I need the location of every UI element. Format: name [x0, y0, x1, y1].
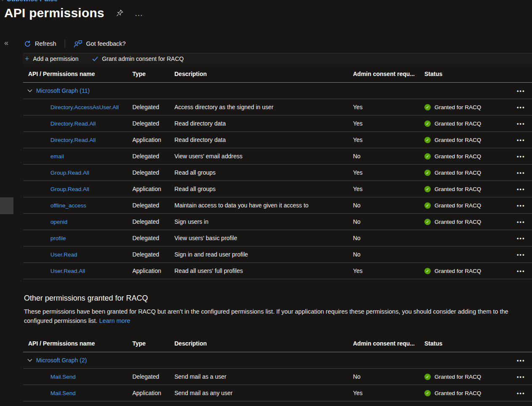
admin-consent-value: Yes — [353, 186, 424, 192]
actions-bar: + Add a permission Grant admin consent f… — [23, 53, 532, 64]
permission-description: Read directory data — [174, 136, 353, 143]
page-title: API permissions — [4, 6, 104, 20]
permission-row: User.Read.All Application Read all users… — [23, 263, 532, 279]
status-granted: ✓ Granted for RACQ — [424, 170, 508, 176]
permission-row: offline_access Delegated Maintain access… — [23, 197, 532, 214]
feedback-icon — [74, 40, 82, 48]
chevron-down-icon[interactable] — [27, 359, 32, 362]
status-label: Granted for RACQ — [435, 170, 481, 176]
status-label: Granted for RACQ — [435, 268, 481, 274]
refresh-label: Refresh — [35, 40, 56, 47]
status-label: Granted for RACQ — [435, 390, 481, 396]
status-granted: ✓ Granted for RACQ — [424, 268, 508, 274]
row-ellipsis-menu[interactable]: ••• — [517, 268, 525, 274]
permission-row: profile Delegated View users' basic prof… — [23, 230, 532, 246]
permission-link[interactable]: Mail.Send — [50, 374, 76, 380]
permission-link[interactable]: offline_access — [50, 202, 86, 209]
permission-link[interactable]: openid — [50, 219, 68, 225]
admin-consent-value: No — [353, 251, 424, 258]
status-label: Granted for RACQ — [435, 219, 481, 225]
breadcrumb-link[interactable]: Cubewise Pulse — [6, 0, 58, 3]
row-ellipsis-menu[interactable]: ••• — [517, 358, 525, 364]
admin-consent-value: Yes — [353, 169, 424, 176]
add-permission-label: Add a permission — [33, 55, 79, 62]
api-group-link[interactable]: Microsoft Graph (11) — [36, 87, 90, 94]
other-permissions-text: These permissions have been granted for … — [24, 308, 508, 324]
row-ellipsis-menu[interactable]: ••• — [517, 121, 525, 127]
status-granted: ✓ Granted for RACQ — [424, 120, 508, 127]
api-group-row: Microsoft Graph (11) ••• — [23, 83, 532, 99]
row-ellipsis-menu[interactable]: ••• — [517, 390, 525, 396]
breadcrumb-chevron-icon: › — [2, 0, 3, 3]
row-ellipsis-menu[interactable]: ••• — [517, 154, 525, 160]
permission-description: Sign users in — [174, 218, 353, 225]
column-header-name: API / Permissions name — [23, 71, 132, 77]
row-ellipsis-menu[interactable]: ••• — [517, 105, 525, 110]
collapse-sidebar-button[interactable]: « — [4, 39, 8, 47]
permission-link[interactable]: Directory.AccessAsUser.All — [50, 104, 119, 110]
granted-check-icon: ✓ — [424, 153, 431, 160]
permission-row: Group.Read.All Delegated Read all groups… — [23, 165, 532, 181]
granted-check-icon: ✓ — [424, 137, 431, 143]
granted-check-icon: ✓ — [424, 390, 431, 396]
permission-row: Mail.Send Application Send mail as any u… — [23, 385, 532, 401]
permission-link[interactable]: User.Read — [50, 251, 77, 258]
granted-check-icon: ✓ — [424, 104, 431, 110]
permission-type: Delegated — [132, 373, 174, 380]
permission-link[interactable]: Directory.Read.All — [50, 120, 96, 127]
feedback-button[interactable]: Got feedback? — [73, 38, 126, 50]
status-label: Granted for RACQ — [435, 120, 481, 127]
status-granted: ✓ Granted for RACQ — [424, 202, 508, 209]
permission-row: openid Delegated Sign users in No ✓ Gran… — [23, 214, 532, 230]
row-ellipsis-menu[interactable]: ••• — [517, 219, 525, 225]
granted-check-icon: ✓ — [424, 268, 431, 274]
permission-link[interactable]: Mail.Send — [50, 390, 76, 396]
permission-row: email Delegated View users' email addres… — [23, 148, 532, 165]
api-group-link[interactable]: Microsoft Graph (2) — [36, 357, 87, 364]
permission-link[interactable]: profile — [50, 235, 66, 241]
permission-link[interactable]: Group.Read.All — [50, 170, 89, 176]
permission-link[interactable]: Group.Read.All — [50, 186, 89, 192]
permission-link[interactable]: Directory.Read.All — [50, 137, 96, 143]
toolbar-divider — [65, 39, 65, 48]
permission-description: Sign in and read user profile — [174, 251, 353, 258]
column-header-type: Type — [132, 71, 174, 77]
permission-row: Directory.Read.All Delegated Read direct… — [23, 115, 532, 132]
feedback-label: Got feedback? — [86, 40, 126, 47]
grant-admin-consent-button[interactable]: Grant admin consent for RACQ — [90, 55, 186, 62]
row-ellipsis-menu[interactable]: ••• — [517, 88, 525, 94]
row-ellipsis-menu[interactable]: ••• — [517, 252, 525, 258]
status-granted: ✓ Granted for RACQ — [424, 137, 508, 143]
permission-description: Maintain access to data you have given i… — [174, 202, 353, 209]
row-ellipsis-menu[interactable]: ••• — [517, 236, 525, 241]
admin-consent-value: No — [353, 202, 424, 209]
more-icon[interactable]: … — [134, 11, 144, 15]
permission-link[interactable]: User.Read.All — [50, 268, 85, 274]
status-label: Granted for RACQ — [435, 104, 481, 110]
admin-consent-value: Yes — [353, 104, 424, 110]
refresh-button[interactable]: Refresh — [23, 39, 57, 49]
row-ellipsis-menu[interactable]: ••• — [517, 186, 525, 192]
row-ellipsis-menu[interactable]: ••• — [517, 137, 525, 143]
admin-consent-value: Yes — [353, 390, 424, 396]
row-ellipsis-menu[interactable]: ••• — [517, 203, 525, 209]
admin-consent-value: Yes — [353, 267, 424, 274]
table-header-row: API / Permissions name Type Description … — [23, 335, 532, 352]
column-header-status: Status — [424, 71, 508, 77]
permission-link[interactable]: email — [50, 153, 64, 160]
learn-more-link[interactable]: Learn more — [99, 317, 130, 324]
row-ellipsis-menu[interactable]: ••• — [517, 170, 525, 176]
permission-description: Read all users' full profiles — [174, 267, 353, 274]
permission-description: Access directory as the signed in user — [174, 104, 353, 110]
row-ellipsis-menu[interactable]: ••• — [517, 374, 525, 380]
granted-check-icon: ✓ — [424, 170, 431, 176]
admin-consent-value: Yes — [353, 136, 424, 143]
add-permission-button[interactable]: + Add a permission — [23, 55, 80, 62]
other-permissions-table: API / Permissions name Type Description … — [23, 335, 532, 401]
plus-icon: + — [25, 56, 29, 62]
permission-row: Directory.Read.All Application Read dire… — [23, 132, 532, 148]
column-header-admin-consent: Admin consent requ... — [353, 71, 424, 77]
permission-type: Delegated — [132, 169, 174, 176]
chevron-down-icon[interactable] — [27, 89, 32, 92]
pin-icon[interactable] — [116, 9, 124, 17]
